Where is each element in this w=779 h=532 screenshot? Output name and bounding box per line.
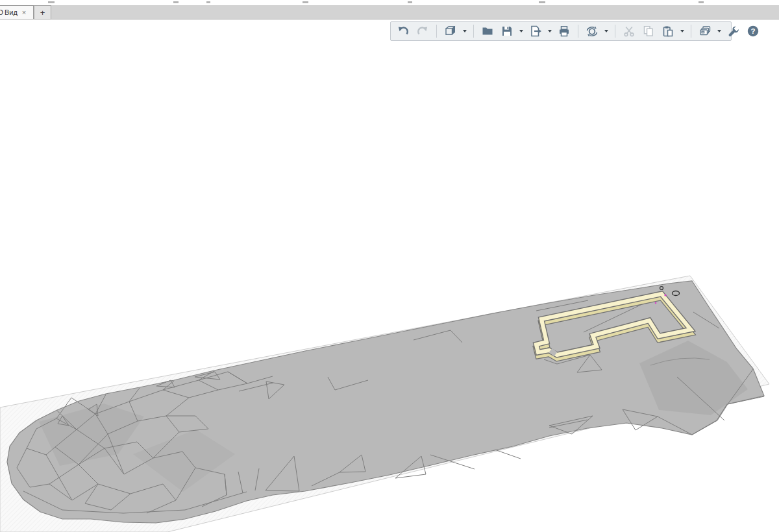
redo-icon — [416, 25, 429, 38]
save-icon — [501, 25, 513, 38]
print-button[interactable] — [556, 23, 573, 40]
copy-icon — [642, 25, 655, 38]
floating-toolbar — [390, 21, 732, 41]
view-3d-dropdown[interactable] — [463, 30, 467, 32]
redo-button — [414, 23, 431, 40]
snap-point-marker — [655, 302, 657, 304]
export-dropdown[interactable] — [548, 30, 552, 32]
orbit-icon — [586, 25, 599, 38]
view-tab-bar: D Вид × + — [0, 5, 779, 19]
toolbar-separator — [578, 25, 578, 38]
cut-button — [621, 23, 637, 40]
orbit-view-button[interactable] — [584, 23, 600, 40]
paste-icon — [662, 25, 674, 38]
view-3d-button[interactable] — [442, 23, 459, 40]
orbit-view-dropdown[interactable] — [604, 30, 608, 32]
windows-button[interactable] — [697, 23, 713, 40]
help-button[interactable] — [745, 23, 761, 40]
save-button[interactable] — [499, 23, 515, 40]
layers-icon — [699, 25, 711, 38]
snap-point-marker — [664, 294, 666, 296]
tab-label: Вид — [5, 8, 18, 16]
new-tab-button[interactable]: + — [34, 5, 51, 19]
wrench-icon — [727, 25, 740, 38]
scissors-icon — [623, 25, 636, 38]
wall-opening — [550, 350, 556, 354]
toolbar-separator — [615, 25, 615, 38]
paste-dropdown[interactable] — [680, 30, 684, 32]
undo-button[interactable] — [395, 23, 412, 40]
toolbar-separator — [691, 25, 691, 38]
viewport-3d[interactable] — [0, 0, 779, 532]
print-icon — [558, 25, 571, 38]
save-dropdown[interactable] — [519, 30, 523, 32]
folder-open-icon — [481, 25, 494, 38]
toolbar-separator — [473, 25, 474, 38]
copy-button — [640, 23, 657, 40]
undo-icon — [397, 25, 410, 38]
export-button[interactable] — [527, 23, 544, 40]
tab-label-partial: D — [0, 8, 3, 16]
export-icon — [529, 25, 542, 38]
cube-3d-icon — [444, 25, 457, 38]
open-button[interactable] — [479, 23, 496, 40]
help-icon — [747, 25, 760, 38]
settings-button[interactable] — [725, 23, 742, 40]
paste-button[interactable] — [660, 23, 676, 40]
toolbar-separator — [436, 25, 437, 38]
tab-3d-view[interactable]: D Вид × — [0, 5, 34, 19]
windows-dropdown[interactable] — [717, 30, 721, 32]
tab-close-icon[interactable]: × — [22, 9, 26, 16]
